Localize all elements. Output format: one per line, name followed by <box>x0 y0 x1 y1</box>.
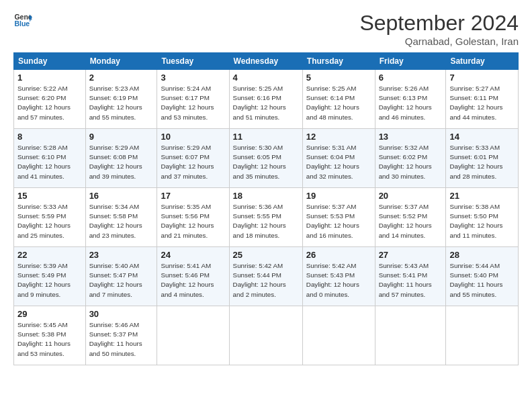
day-cell: 11Sunrise: 5:30 AM Sunset: 6:05 PM Dayli… <box>229 129 302 188</box>
weekday-monday: Monday <box>85 53 157 70</box>
day-number: 5 <box>306 73 371 83</box>
day-cell: 27Sunrise: 5:43 AM Sunset: 5:41 PM Dayli… <box>375 247 446 306</box>
weekday-sunday: Sunday <box>14 53 86 70</box>
day-info: Sunrise: 5:45 AM Sunset: 5:38 PM Dayligh… <box>17 320 82 359</box>
day-info: Sunrise: 5:33 AM Sunset: 5:59 PM Dayligh… <box>17 202 82 240</box>
day-cell: 9Sunrise: 5:29 AM Sunset: 6:08 PM Daylig… <box>85 129 157 188</box>
day-cell <box>157 306 229 365</box>
day-cell: 25Sunrise: 5:42 AM Sunset: 5:44 PM Dayli… <box>229 247 302 306</box>
logo-icon: General Blue <box>13 11 32 30</box>
day-info: Sunrise: 5:33 AM Sunset: 6:01 PM Dayligh… <box>449 143 515 181</box>
day-number: 18 <box>233 191 299 201</box>
day-info: Sunrise: 5:25 AM Sunset: 6:14 PM Dayligh… <box>306 84 371 122</box>
day-number: 13 <box>379 132 443 142</box>
month-title: September 2024 <box>359 11 519 36</box>
day-info: Sunrise: 5:44 AM Sunset: 5:40 PM Dayligh… <box>449 261 515 300</box>
day-cell: 15Sunrise: 5:33 AM Sunset: 5:59 PM Dayli… <box>14 188 86 247</box>
day-number: 19 <box>306 191 371 201</box>
day-info: Sunrise: 5:40 AM Sunset: 5:47 PM Dayligh… <box>89 261 154 300</box>
day-cell <box>302 306 375 365</box>
week-row-4: 22Sunrise: 5:39 AM Sunset: 5:49 PM Dayli… <box>14 247 519 306</box>
day-number: 25 <box>233 250 299 260</box>
weekday-saturday: Saturday <box>446 53 519 70</box>
day-cell <box>375 306 446 365</box>
day-number: 7 <box>449 73 515 83</box>
day-number: 17 <box>161 191 225 201</box>
day-cell <box>229 306 302 365</box>
day-number: 12 <box>306 132 371 142</box>
day-cell: 8Sunrise: 5:28 AM Sunset: 6:10 PM Daylig… <box>14 129 86 188</box>
day-cell: 1Sunrise: 5:22 AM Sunset: 6:20 PM Daylig… <box>14 70 86 129</box>
day-number: 4 <box>233 73 299 83</box>
day-number: 30 <box>89 309 154 319</box>
day-number: 15 <box>17 191 82 201</box>
day-cell: 12Sunrise: 5:31 AM Sunset: 6:04 PM Dayli… <box>302 129 375 188</box>
day-info: Sunrise: 5:25 AM Sunset: 6:16 PM Dayligh… <box>233 84 299 122</box>
calendar-body: 1Sunrise: 5:22 AM Sunset: 6:20 PM Daylig… <box>14 70 519 365</box>
day-cell: 28Sunrise: 5:44 AM Sunset: 5:40 PM Dayli… <box>446 247 519 306</box>
day-cell: 10Sunrise: 5:29 AM Sunset: 6:07 PM Dayli… <box>157 129 229 188</box>
day-cell: 16Sunrise: 5:34 AM Sunset: 5:58 PM Dayli… <box>85 188 157 247</box>
week-row-1: 1Sunrise: 5:22 AM Sunset: 6:20 PM Daylig… <box>14 70 519 129</box>
day-info: Sunrise: 5:24 AM Sunset: 6:17 PM Dayligh… <box>161 84 225 122</box>
day-number: 29 <box>17 309 82 319</box>
svg-text:Blue: Blue <box>14 19 30 28</box>
subtitle: Qarnabad, Golestan, Iran <box>359 36 519 47</box>
day-info: Sunrise: 5:35 AM Sunset: 5:56 PM Dayligh… <box>161 202 225 240</box>
week-row-3: 15Sunrise: 5:33 AM Sunset: 5:59 PM Dayli… <box>14 188 519 247</box>
day-info: Sunrise: 5:32 AM Sunset: 6:02 PM Dayligh… <box>379 143 443 181</box>
day-info: Sunrise: 5:42 AM Sunset: 5:43 PM Dayligh… <box>306 261 371 300</box>
day-number: 1 <box>17 73 82 83</box>
day-number: 28 <box>449 250 515 260</box>
day-cell: 21Sunrise: 5:38 AM Sunset: 5:50 PM Dayli… <box>446 188 519 247</box>
day-info: Sunrise: 5:31 AM Sunset: 6:04 PM Dayligh… <box>306 143 371 181</box>
day-cell: 20Sunrise: 5:37 AM Sunset: 5:52 PM Dayli… <box>375 188 446 247</box>
page: General Blue September 2024 Qarnabad, Go… <box>0 0 532 411</box>
day-cell: 23Sunrise: 5:40 AM Sunset: 5:47 PM Dayli… <box>85 247 157 306</box>
day-number: 24 <box>161 250 225 260</box>
day-number: 23 <box>89 250 154 260</box>
day-info: Sunrise: 5:29 AM Sunset: 6:07 PM Dayligh… <box>161 143 225 181</box>
title-block: September 2024 Qarnabad, Golestan, Iran <box>359 11 519 47</box>
day-cell: 3Sunrise: 5:24 AM Sunset: 6:17 PM Daylig… <box>157 70 229 129</box>
day-number: 21 <box>449 191 515 201</box>
day-number: 11 <box>233 132 299 142</box>
weekday-friday: Friday <box>375 53 446 70</box>
day-number: 10 <box>161 132 225 142</box>
day-info: Sunrise: 5:39 AM Sunset: 5:49 PM Dayligh… <box>17 261 82 300</box>
weekday-wednesday: Wednesday <box>229 53 302 70</box>
day-number: 16 <box>89 191 154 201</box>
day-cell: 26Sunrise: 5:42 AM Sunset: 5:43 PM Dayli… <box>302 247 375 306</box>
day-number: 3 <box>161 73 225 83</box>
day-cell: 17Sunrise: 5:35 AM Sunset: 5:56 PM Dayli… <box>157 188 229 247</box>
week-row-2: 8Sunrise: 5:28 AM Sunset: 6:10 PM Daylig… <box>14 129 519 188</box>
day-cell: 22Sunrise: 5:39 AM Sunset: 5:49 PM Dayli… <box>14 247 86 306</box>
day-info: Sunrise: 5:36 AM Sunset: 5:55 PM Dayligh… <box>233 202 299 240</box>
day-info: Sunrise: 5:37 AM Sunset: 5:53 PM Dayligh… <box>306 202 371 240</box>
day-number: 26 <box>306 250 371 260</box>
day-info: Sunrise: 5:30 AM Sunset: 6:05 PM Dayligh… <box>233 143 299 181</box>
weekday-thursday: Thursday <box>302 53 375 70</box>
day-cell: 24Sunrise: 5:41 AM Sunset: 5:46 PM Dayli… <box>157 247 229 306</box>
calendar-table: SundayMondayTuesdayWednesdayThursdayFrid… <box>13 52 519 365</box>
day-number: 2 <box>89 73 154 83</box>
day-cell: 19Sunrise: 5:37 AM Sunset: 5:53 PM Dayli… <box>302 188 375 247</box>
logo: General Blue <box>13 11 32 30</box>
day-info: Sunrise: 5:22 AM Sunset: 6:20 PM Dayligh… <box>17 84 82 122</box>
day-number: 27 <box>379 250 443 260</box>
weekday-tuesday: Tuesday <box>157 53 229 70</box>
header: General Blue September 2024 Qarnabad, Go… <box>13 11 519 47</box>
day-info: Sunrise: 5:42 AM Sunset: 5:44 PM Dayligh… <box>233 261 299 300</box>
day-cell: 18Sunrise: 5:36 AM Sunset: 5:55 PM Dayli… <box>229 188 302 247</box>
day-number: 20 <box>379 191 443 201</box>
day-number: 6 <box>379 73 443 83</box>
day-number: 14 <box>449 132 515 142</box>
day-cell: 30Sunrise: 5:46 AM Sunset: 5:37 PM Dayli… <box>85 306 157 365</box>
day-info: Sunrise: 5:41 AM Sunset: 5:46 PM Dayligh… <box>161 261 225 300</box>
day-cell <box>446 306 519 365</box>
day-info: Sunrise: 5:23 AM Sunset: 6:19 PM Dayligh… <box>89 84 154 122</box>
day-cell: 4Sunrise: 5:25 AM Sunset: 6:16 PM Daylig… <box>229 70 302 129</box>
day-info: Sunrise: 5:43 AM Sunset: 5:41 PM Dayligh… <box>379 261 443 300</box>
day-cell: 14Sunrise: 5:33 AM Sunset: 6:01 PM Dayli… <box>446 129 519 188</box>
day-number: 9 <box>89 132 154 142</box>
